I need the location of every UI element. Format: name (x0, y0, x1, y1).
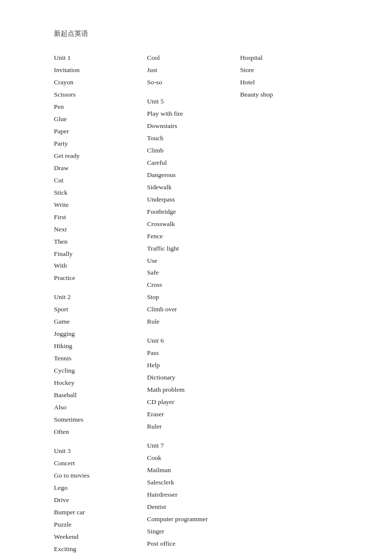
spacer (147, 89, 240, 96)
list-item: Lego (54, 482, 147, 494)
list-item: Hotel (240, 76, 333, 89)
list-item: Store (240, 64, 333, 76)
list-item: Hiking (54, 340, 147, 353)
list-item: Sometimes (54, 414, 147, 426)
list-item: Then (54, 236, 147, 248)
list-item: Singer (147, 526, 240, 538)
list-item: Cut (54, 175, 147, 187)
column-1: Unit 1InvitationCrayonScissorsPenGluePap… (54, 52, 147, 555)
list-item: Party (54, 138, 147, 150)
list-item: Ruler (147, 421, 240, 433)
list-item: Exciting (54, 543, 147, 555)
list-item: Sport (54, 303, 147, 316)
list-item: Cook (147, 452, 240, 464)
list-item: Bumper car (54, 506, 147, 519)
list-item: Eraser (147, 408, 240, 421)
unit-label: Unit 6 (147, 335, 240, 347)
list-item: Help (147, 359, 240, 372)
list-item: Mailman (147, 464, 240, 477)
list-item: Practice (54, 272, 147, 284)
list-item: Get ready (54, 150, 147, 162)
spacer (147, 328, 240, 335)
list-item: Just (147, 64, 240, 76)
list-item: Use (147, 255, 240, 267)
content-grid: Unit 1InvitationCrayonScissorsPenGluePap… (54, 52, 338, 555)
list-item: Drive (54, 494, 147, 506)
list-item: Write (54, 199, 147, 211)
list-item: Traffic light (147, 243, 240, 255)
list-item: Jogging (54, 328, 147, 340)
list-item: First (54, 211, 147, 224)
unit-label: Unit 2 (54, 291, 147, 303)
list-item: Fence (147, 230, 240, 243)
list-item: Puzzle (54, 519, 147, 531)
list-item: Game (54, 316, 147, 328)
list-item: Play with fire (147, 108, 240, 120)
list-item: Cycling (54, 365, 147, 377)
unit-label: Unit 5 (147, 96, 240, 108)
list-item: Hairdresser (147, 489, 240, 501)
list-item: Baseball (54, 389, 147, 402)
list-item: Salesclerk (147, 477, 240, 489)
list-item: CD player (147, 396, 240, 408)
list-item: Pen (54, 101, 147, 113)
list-item: Safe (147, 267, 240, 279)
list-item: Dentist (147, 501, 240, 513)
list-item: Post office (147, 538, 240, 550)
list-item: So-so (147, 76, 240, 89)
list-item: Weekend (54, 531, 147, 543)
list-item: With (54, 260, 147, 272)
list-item: Draw (54, 162, 147, 175)
list-item: Downstairs (147, 120, 240, 132)
page-title: 新起点英语 (54, 29, 338, 38)
list-item: Crayon (54, 76, 147, 89)
list-item: Concert (54, 457, 147, 470)
list-item: Stick (54, 187, 147, 199)
list-item: Climb over (147, 303, 240, 316)
list-item: Computer programmer (147, 513, 240, 526)
unit-label: Cool (147, 52, 240, 64)
list-item: Rule (147, 316, 240, 328)
list-item: Cross (147, 279, 240, 291)
list-item: Dictionary (147, 372, 240, 384)
list-item: Math problem (147, 384, 240, 396)
list-item: Hospital (240, 52, 333, 64)
list-item: Touch (147, 132, 240, 145)
list-item: Stop (147, 291, 240, 303)
list-item: Dangerous (147, 169, 240, 181)
list-item: Also (54, 402, 147, 414)
list-item: Finally (54, 248, 147, 260)
list-item: Footbridge (147, 206, 240, 218)
unit-label: Unit 1 (54, 52, 147, 64)
spacer (54, 284, 147, 291)
unit-label: Unit 3 (54, 445, 147, 457)
list-item: Go to movies (54, 470, 147, 482)
list-item: Paper (54, 126, 147, 138)
column-2: CoolJustSo-soUnit 5Play with fireDownsta… (147, 52, 240, 555)
list-item: Next (54, 224, 147, 236)
column-3: HospitalStoreHotelBeauty shop (240, 52, 333, 555)
list-item: Hockey (54, 377, 147, 389)
list-item: Pass (147, 347, 240, 359)
spacer (54, 438, 147, 445)
list-item: Tennis (54, 353, 147, 365)
list-item: Often (54, 426, 147, 438)
list-item: Underpass (147, 194, 240, 206)
list-item: Glue (54, 113, 147, 126)
list-item: Beauty shop (240, 89, 333, 101)
list-item: Climb (147, 145, 240, 157)
unit-label: Unit 7 (147, 440, 240, 452)
list-item: Scissors (54, 89, 147, 101)
list-item: Crosswalk (147, 218, 240, 230)
spacer (147, 433, 240, 440)
list-item: Careful (147, 157, 240, 169)
list-item: Invitation (54, 64, 147, 76)
list-item: Sidewalk (147, 181, 240, 194)
